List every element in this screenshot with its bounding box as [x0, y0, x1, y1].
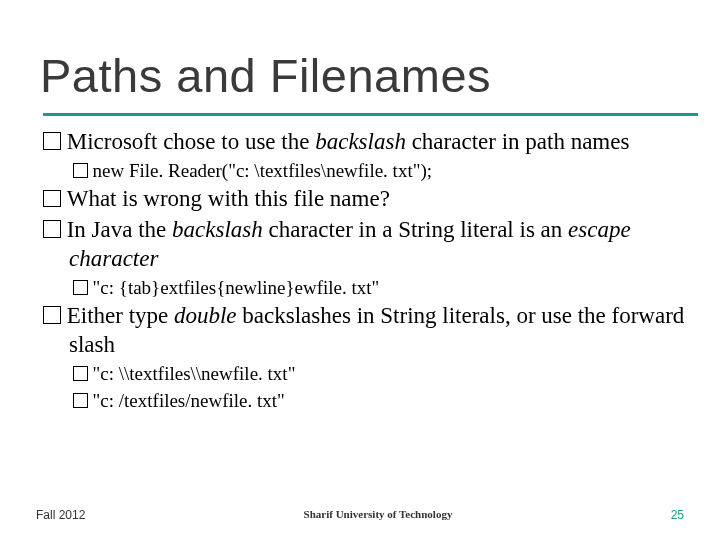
slide-body: Microsoft chose to use the backslash cha…	[43, 128, 690, 415]
bullet-icon	[43, 132, 61, 150]
italic: backslash	[172, 217, 263, 242]
text: "c: \\textfiles\\newfile. txt"	[93, 363, 296, 384]
italic: double	[174, 303, 237, 328]
accent-line	[43, 113, 698, 116]
bullet-icon	[43, 190, 61, 208]
text: character in a String literal is an	[263, 217, 568, 242]
text: "c: /textfiles/newfile. txt"	[93, 390, 285, 411]
text: Microsoft chose to use the	[67, 129, 315, 154]
bullet-1-1: new File. Reader("c: \textfiles\newfile.…	[73, 159, 690, 184]
text: "c: {tab}extfiles{newline}ewfile. txt"	[93, 277, 380, 298]
footer-center: Sharif University of Technology	[304, 508, 453, 522]
bullet-icon	[43, 306, 61, 324]
bullet-1: Microsoft chose to use the backslash cha…	[43, 128, 690, 157]
text: What is wrong with this file name?	[67, 186, 390, 211]
text: character in path names	[406, 129, 630, 154]
footer-right: 25	[671, 508, 684, 522]
bullet-4-2: "c: /textfiles/newfile. txt"	[73, 389, 690, 414]
footer-left: Fall 2012	[36, 508, 85, 522]
text: Either type	[67, 303, 174, 328]
text: In Java the	[67, 217, 172, 242]
bullet-4: Either type double backslashes in String…	[43, 302, 690, 360]
bullet-icon	[73, 280, 88, 295]
bullet-4-1: "c: \\textfiles\\newfile. txt"	[73, 362, 690, 387]
footer: Fall 2012 Sharif University of Technolog…	[36, 508, 684, 522]
bullet-icon	[73, 393, 88, 408]
bullet-3: In Java the backslash character in a Str…	[43, 216, 690, 274]
bullet-2: What is wrong with this file name?	[43, 185, 690, 214]
bullet-icon	[73, 163, 88, 178]
slide-title: Paths and Filenames	[40, 48, 491, 103]
bullet-icon	[73, 366, 88, 381]
italic: backslash	[315, 129, 406, 154]
text: new File. Reader("c: \textfiles\newfile.…	[93, 160, 432, 181]
bullet-icon	[43, 220, 61, 238]
bullet-3-1: "c: {tab}extfiles{newline}ewfile. txt"	[73, 276, 690, 301]
